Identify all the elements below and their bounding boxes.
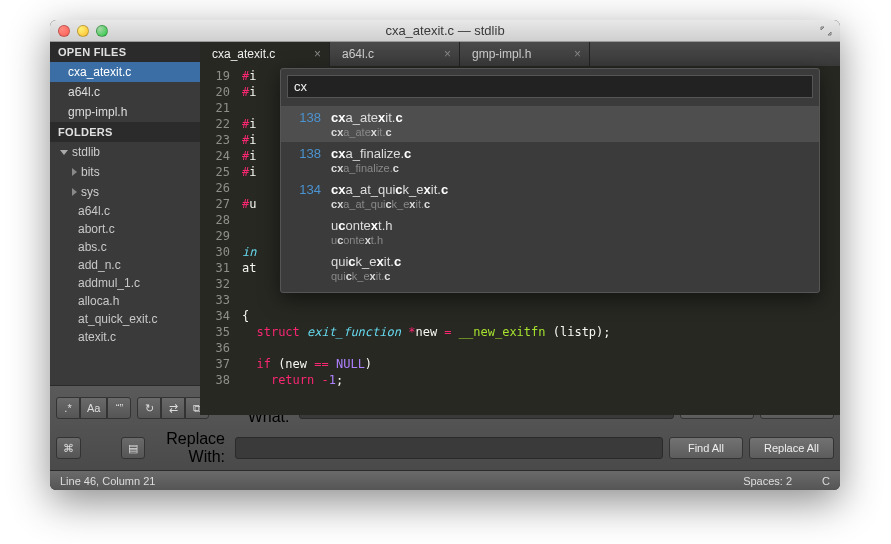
palette-result-item[interactable]: 138cxa_finalize.ccxa_finalize.c (281, 142, 819, 178)
result-name: quick_exit.c (331, 254, 809, 269)
file-item[interactable]: add_n.c (50, 256, 200, 274)
open-file-item[interactable]: gmp-impl.h (50, 102, 200, 122)
goto-anything-palette: 138cxa_atexit.ccxa_atexit.c138cxa_finali… (280, 68, 820, 293)
result-path: cxa_at_quick_exit.c (331, 198, 809, 210)
result-name: cxa_atexit.c (331, 110, 809, 125)
folder-item[interactable]: bits (50, 162, 200, 182)
open-file-item[interactable]: a64l.c (50, 82, 200, 102)
folders-header: FOLDERS (50, 122, 200, 142)
disclosure-right-icon (72, 168, 77, 176)
tab[interactable]: a64l.c× (330, 42, 460, 66)
replace-label: Replace With: (151, 430, 229, 466)
editor-area: cxa_atexit.c× a64l.c× gmp-impl.h× 19 20 … (200, 42, 840, 415)
indent-setting[interactable]: Spaces: 2 (743, 475, 792, 487)
titlebar: cxa_atexit.c — stdlib (50, 20, 840, 42)
case-sensitive-toggle[interactable]: Aa (80, 397, 107, 419)
file-item[interactable]: addmul_1.c (50, 274, 200, 292)
syntax-setting[interactable]: C (822, 475, 830, 487)
show-context-toggle[interactable]: ▤ (121, 437, 145, 459)
result-path: ucontext.h (331, 234, 809, 246)
tab-bar: cxa_atexit.c× a64l.c× gmp-impl.h× (200, 42, 840, 66)
result-name: ucontext.h (331, 218, 809, 233)
file-item[interactable]: alloca.h (50, 292, 200, 310)
content-area: OPEN FILES cxa_atexit.c a64l.c gmp-impl.… (50, 42, 840, 415)
find-all-button[interactable]: Find All (669, 437, 743, 459)
result-name: cxa_at_quick_exit.c (331, 182, 809, 197)
open-file-item[interactable]: cxa_atexit.c (50, 62, 200, 82)
replace-all-button[interactable]: Replace All (749, 437, 834, 459)
disclosure-right-icon (72, 188, 77, 196)
whole-word-toggle[interactable]: “” (107, 397, 131, 419)
regex-toggle[interactable]: .* (56, 397, 80, 419)
palette-results: 138cxa_atexit.ccxa_atexit.c138cxa_finali… (281, 104, 819, 292)
open-files-header: OPEN FILES (50, 42, 200, 62)
result-path: quick_exit.c (331, 270, 809, 282)
line-gutter: 19 20 21 22 23 24 25 26 27 28 29 30 31 3… (200, 66, 238, 415)
wrap-toggle[interactable]: ↻ (137, 397, 161, 419)
close-tab-icon[interactable]: × (574, 47, 581, 61)
app-window: cxa_atexit.c — stdlib OPEN FILES cxa_ate… (50, 20, 840, 490)
file-item[interactable]: a64l.c (50, 202, 200, 220)
file-item[interactable]: abs.c (50, 238, 200, 256)
preserve-case-toggle[interactable]: ⌘ (56, 437, 81, 459)
result-path: cxa_finalize.c (331, 162, 809, 174)
palette-result-item[interactable]: ucontext.hucontext.h (281, 214, 819, 250)
palette-result-item[interactable]: quick_exit.cquick_exit.c (281, 250, 819, 286)
disclosure-down-icon (60, 150, 68, 155)
folder-root[interactable]: stdlib (50, 142, 200, 162)
result-name: cxa_finalize.c (331, 146, 809, 161)
cursor-position: Line 46, Column 21 (60, 475, 155, 487)
tab[interactable]: cxa_atexit.c× (200, 42, 330, 66)
file-item[interactable]: at_quick_exit.c (50, 310, 200, 328)
match-score: 134 (291, 182, 321, 197)
match-score: 138 (291, 146, 321, 161)
status-bar: Line 46, Column 21 Spaces: 2 C (50, 470, 840, 490)
replace-input[interactable] (235, 437, 663, 459)
folder-item[interactable]: sys (50, 182, 200, 202)
window-title: cxa_atexit.c — stdlib (50, 23, 840, 38)
close-tab-icon[interactable]: × (444, 47, 451, 61)
palette-result-item[interactable]: 138cxa_atexit.ccxa_atexit.c (281, 106, 819, 142)
file-item[interactable]: atexit.c (50, 328, 200, 346)
file-item[interactable]: abort.c (50, 220, 200, 238)
palette-search-input[interactable] (287, 75, 813, 98)
tab[interactable]: gmp-impl.h× (460, 42, 590, 66)
sidebar: OPEN FILES cxa_atexit.c a64l.c gmp-impl.… (50, 42, 200, 415)
match-score: 138 (291, 110, 321, 125)
close-tab-icon[interactable]: × (314, 47, 321, 61)
palette-result-item[interactable]: 134cxa_at_quick_exit.ccxa_at_quick_exit.… (281, 178, 819, 214)
result-path: cxa_atexit.c (331, 126, 809, 138)
in-selection-toggle[interactable]: ⇄ (161, 397, 185, 419)
